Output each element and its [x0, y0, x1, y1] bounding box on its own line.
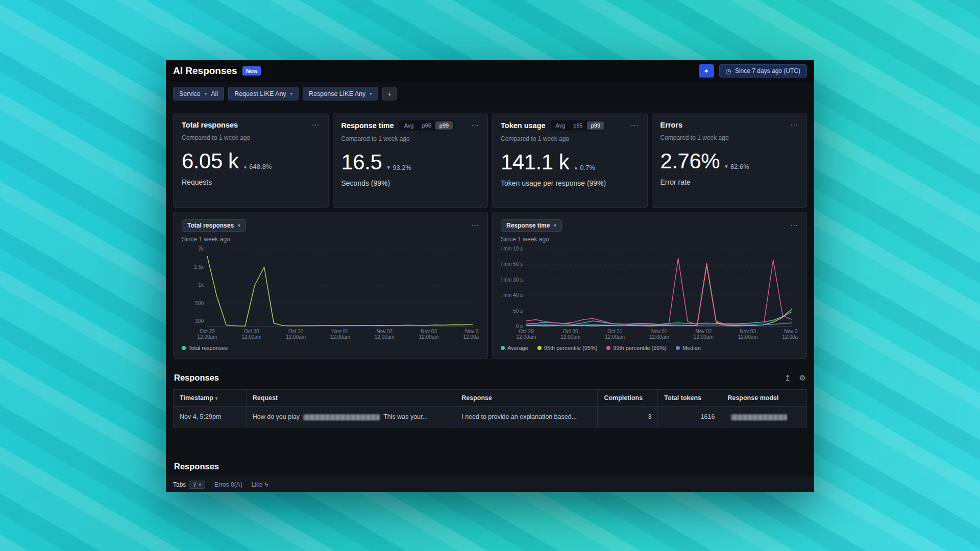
card-menu-icon[interactable]: ⋯	[312, 120, 320, 130]
column-label: Timestamp	[180, 394, 213, 402]
column-header-timestamp[interactable]: Timestamp▾	[174, 390, 247, 407]
lightning-icon: ϟ	[265, 481, 268, 488]
svg-text:500: 500	[195, 300, 204, 306]
svg-text:Nov 0312:00am: Nov 0312:00am	[738, 329, 758, 340]
legend-label: 99th percentile (99%)	[613, 345, 667, 351]
segment-p95[interactable]: p95	[569, 121, 586, 130]
redacted-text	[731, 414, 787, 420]
legend-label: Average	[507, 345, 528, 351]
column-header-request[interactable]: Request	[246, 390, 455, 407]
clock-icon: ◷	[726, 67, 731, 75]
metric-delta: ▼ 82.6%	[724, 163, 749, 170]
segment-p99[interactable]: p99	[587, 121, 604, 130]
chevron-down-icon: ▾	[238, 223, 240, 228]
filter-bar: Service ▾ All Request LIKE Any ▾ Respons…	[166, 82, 814, 106]
total-tokens-value: 1616	[701, 413, 715, 420]
gear-icon[interactable]: ⚙	[799, 373, 806, 383]
card-menu-icon[interactable]: ⋯	[790, 120, 798, 130]
svg-text:Oct 3012:00am: Oct 3012:00am	[560, 329, 580, 340]
legend-item[interactable]: Average	[501, 345, 528, 351]
service-filter-value: All	[211, 90, 218, 97]
column-header-total-tokens[interactable]: Total tokens	[658, 390, 721, 407]
metric-subtitle: Token usage per response (99%)	[501, 179, 639, 187]
response-text: I need to provide an explanation based..…	[461, 413, 577, 420]
legend-dot-icon	[537, 346, 542, 350]
svg-text:Oct 3112:00am: Oct 3112:00am	[605, 329, 625, 340]
metric-card-response-time: Response time Avg p95 p99 ⋯ Compared to …	[333, 113, 488, 208]
card-menu-icon[interactable]: ⋯	[790, 221, 798, 230]
cell-response-model	[721, 407, 807, 428]
svg-text:Oct 3012:00am: Oct 3012:00am	[241, 329, 261, 340]
svg-text:4 min 10 s: 4 min 10 s	[501, 246, 523, 252]
segment-avg[interactable]: Avg	[400, 121, 418, 130]
legend-item[interactable]: 99th percentile (99%)	[606, 345, 667, 351]
column-label: Request	[253, 394, 278, 402]
compare-label: Compared to 1 week ago	[341, 135, 480, 142]
chart-subtitle: Since 1 week ago	[501, 236, 798, 243]
segment-p99[interactable]: p99	[435, 121, 453, 130]
request-text: How do you play	[253, 413, 300, 420]
dashboard-window: AI Responses New ✦ ◷ Since 7 days ago (U…	[166, 60, 814, 492]
legend-dot-icon	[501, 346, 505, 350]
timestamp-value: Nov 4, 5:29pm	[180, 413, 221, 420]
svg-text:Nov 0412:00am: Nov 0412:00am	[463, 329, 479, 340]
card-menu-icon[interactable]: ⋯	[631, 121, 639, 130]
sort-desc-icon: ▾	[215, 396, 218, 401]
legend-item[interactable]: 95th percentile (95%)	[537, 345, 598, 351]
request-filter[interactable]: Request LIKE Any ▾	[228, 87, 299, 101]
metric-cards-row: Total responses ⋯ Compared to 1 week ago…	[173, 113, 807, 208]
tabs-label: Tabs	[173, 481, 186, 488]
tabs-dropdown[interactable]: 7 ▾	[189, 481, 205, 489]
like-button[interactable]: Like ϟ	[252, 481, 268, 488]
table-row[interactable]: Nov 4, 5:29pm How do you playThis was yo…	[174, 407, 807, 428]
sparkle-icon: ✦	[703, 67, 709, 75]
add-filter-button[interactable]: +	[382, 87, 397, 101]
metric-subtitle: Requests	[182, 178, 320, 186]
errors-indicator[interactable]: Erros 0(A)	[214, 481, 242, 488]
dashboard-content: Total responses ⋯ Compared to 1 week ago…	[166, 106, 814, 366]
percentile-segmented-control: Avg p95 p99	[551, 120, 605, 131]
desktop-background: AI Responses New ✦ ◷ Since 7 days ago (U…	[0, 0, 980, 551]
chart-cards-row: Total responses ▾ ⋯ Since 1 week ago 2k1…	[173, 212, 807, 359]
redacted-text	[303, 414, 380, 420]
column-header-response[interactable]: Response	[455, 390, 598, 407]
svg-text:50 s: 50 s	[513, 308, 523, 314]
sparkle-button[interactable]: ✦	[699, 64, 714, 78]
time-range-selector[interactable]: ◷ Since 7 days ago (UTC)	[719, 64, 807, 78]
svg-text:Nov 0212:00am: Nov 0212:00am	[694, 329, 714, 340]
service-filter[interactable]: Service ▾ All	[173, 87, 224, 101]
chevron-down-icon: ▾	[205, 91, 207, 96]
column-header-completions[interactable]: Completions	[598, 390, 658, 407]
column-label: Completions	[604, 394, 643, 402]
legend-item[interactable]: Median	[676, 345, 701, 351]
chevron-down-icon: ▾	[290, 91, 293, 96]
svg-text:Oct 2912:00am: Oct 2912:00am	[198, 329, 217, 340]
column-header-response-model[interactable]: Response model	[721, 390, 807, 407]
response-filter[interactable]: Response LIKE Any ▾	[303, 87, 378, 101]
cell-total-tokens: 1616	[658, 407, 721, 428]
cell-timestamp: Nov 4, 5:29pm	[174, 407, 247, 428]
card-menu-icon[interactable]: ⋯	[471, 221, 479, 230]
metric-title: Total responses	[182, 121, 238, 129]
response-time-chart-card: Response time ▾ ⋯ Since 1 week ago 4 min…	[492, 212, 807, 359]
total-responses-line-chart[interactable]: 2k1.5k1k500200Oct 2912:00amOct 3012:00am…	[182, 244, 479, 343]
chart-metric-selector[interactable]: Response time ▾	[501, 219, 562, 232]
legend-label: 95th percentile (95%)	[544, 345, 598, 351]
cell-request: How do you playThis was your...	[246, 407, 455, 428]
legend-item[interactable]: Total responses	[182, 345, 228, 351]
metric-title: Response time	[341, 121, 394, 130]
metric-card-errors: Errors ⋯ Compared to 1 week ago 2.76% ▼ …	[652, 113, 807, 208]
percentile-segmented-control: Avg p95 p99	[399, 120, 454, 131]
footer-toolbar: Tabs 7 ▾ Erros 0(A) Like ϟ	[166, 478, 814, 492]
svg-text:Oct 3112:00am: Oct 3112:00am	[286, 329, 306, 340]
segment-avg[interactable]: Avg	[552, 121, 570, 130]
delta-value: 82.6%	[730, 163, 749, 170]
section-title: Responses	[174, 462, 219, 471]
share-icon[interactable]: ↥	[785, 373, 791, 383]
chart-metric-selector[interactable]: Total responses ▾	[182, 219, 246, 232]
segment-p95[interactable]: p95	[418, 121, 435, 130]
card-menu-icon[interactable]: ⋯	[471, 121, 479, 130]
response-filter-label: Response LIKE Any	[309, 90, 365, 97]
response-time-line-chart[interactable]: 4 min 10 s3 min 50 s2 min 30 s1 min 40 s…	[501, 244, 798, 343]
compare-label: Compared to 1 week ago	[501, 135, 639, 142]
